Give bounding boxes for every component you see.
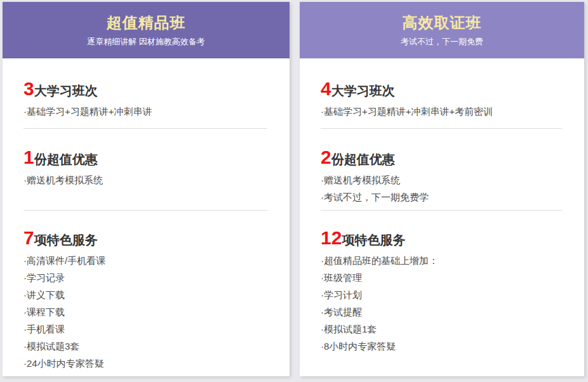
- section-label: 大学习班次: [34, 84, 98, 98]
- section-heading: 1份超值优惠: [23, 148, 267, 169]
- premium-section-discounts: 1份超值优惠 ·赠送机考模拟系统: [23, 129, 267, 211]
- list-item: ·考试提醒: [321, 303, 562, 320]
- feature-list: ·赠送机考模拟系统: [23, 171, 267, 188]
- efficient-card-header: 高效取证班 考试不过，下一期免费: [300, 2, 584, 58]
- efficient-section-services: 12项特色服务 ·超值精品班的基础上增加： ·班级管理 ·学习计划 ·考试提醒 …: [321, 211, 562, 376]
- list-item: ·手机看课: [23, 320, 267, 338]
- efficient-card-title: 高效取证班: [300, 13, 584, 32]
- premium-section-services: 7项特色服务 ·高清课件/手机看课 ·学习记录 ·讲义下载 ·课程下载 ·手机看…: [23, 211, 267, 376]
- section-count: 3: [23, 78, 34, 99]
- premium-card-subtitle: 逐章精细讲解 因材施教高效备考: [3, 36, 290, 48]
- feature-list: ·基础学习+习题精讲+冲刺串讲: [23, 103, 267, 120]
- list-item: ·高清课件/手机看课: [23, 252, 267, 269]
- list-item: ·模拟试题1套: [321, 320, 562, 338]
- list-item: ·班级管理: [321, 269, 562, 286]
- section-heading: 2份超值优惠: [321, 148, 562, 169]
- list-item: ·超值精品班的基础上增加：: [321, 252, 562, 269]
- list-item: ·基础学习+习题精讲+冲刺串讲: [23, 103, 267, 120]
- section-count: 1: [23, 147, 34, 168]
- class-comparison-page: 超值精品班 逐章精细讲解 因材施教高效备考 3大学习班次 ·基础学习+习题精讲+…: [0, 0, 588, 382]
- list-item: ·24小时内专家答疑: [23, 355, 267, 372]
- feature-list: ·基础学习+习题精讲+冲刺串讲+考前密训: [321, 103, 562, 120]
- premium-card-header: 超值精品班 逐章精细讲解 因材施教高效备考: [3, 2, 290, 58]
- section-heading: 3大学习班次: [23, 79, 267, 101]
- section-label: 份超值优惠: [34, 152, 98, 166]
- efficient-card-body: 4大学习班次 ·基础学习+习题精讲+冲刺串讲+考前密训 2份超值优惠 ·赠送机考…: [300, 58, 584, 376]
- section-heading: 7项特色服务: [23, 228, 267, 250]
- feature-list: ·高清课件/手机看课 ·学习记录 ·讲义下载 ·课程下载 ·手机看课 ·模拟试题…: [23, 252, 267, 372]
- list-item: ·基础学习+习题精讲+冲刺串讲+考前密训: [321, 103, 562, 120]
- list-item: ·模拟试题3套: [23, 338, 267, 355]
- feature-list: ·赠送机考模拟系统 ·考试不过，下一期免费学: [321, 171, 562, 206]
- efficient-card-subtitle: 考试不过，下一期免费: [300, 36, 584, 48]
- section-count: 2: [321, 147, 331, 168]
- section-count: 4: [321, 78, 331, 99]
- list-item: ·学习计划: [321, 286, 562, 303]
- list-item: ·学习记录: [23, 269, 267, 286]
- list-item: ·课程下载: [23, 303, 267, 320]
- class-card-premium[interactable]: 超值精品班 逐章精细讲解 因材施教高效备考 3大学习班次 ·基础学习+习题精讲+…: [3, 2, 290, 376]
- list-item: ·赠送机考模拟系统: [23, 171, 267, 188]
- section-heading: 12项特色服务: [321, 228, 562, 250]
- class-card-efficient[interactable]: 高效取证班 考试不过，下一期免费 4大学习班次 ·基础学习+习题精讲+冲刺串讲+…: [300, 2, 584, 376]
- premium-card-title: 超值精品班: [3, 13, 290, 32]
- efficient-section-discounts: 2份超值优惠 ·赠送机考模拟系统 ·考试不过，下一期免费学: [321, 129, 562, 211]
- list-item: ·考试不过，下一期免费学: [321, 188, 562, 206]
- section-count: 12: [321, 227, 342, 248]
- section-label: 项特色服务: [34, 233, 98, 247]
- list-item: ·讲义下载: [23, 286, 267, 303]
- section-label: 项特色服务: [342, 233, 405, 247]
- section-heading: 4大学习班次: [321, 79, 562, 101]
- section-count: 7: [23, 227, 34, 248]
- section-label: 大学习班次: [331, 84, 395, 98]
- efficient-section-classes: 4大学习班次 ·基础学习+习题精讲+冲刺串讲+考前密训: [321, 58, 562, 129]
- premium-section-classes: 3大学习班次 ·基础学习+习题精讲+冲刺串讲: [23, 58, 267, 129]
- list-item: ·赠送机考模拟系统: [321, 171, 562, 188]
- feature-list: ·超值精品班的基础上增加： ·班级管理 ·学习计划 ·考试提醒 ·模拟试题1套 …: [321, 252, 562, 355]
- premium-card-body: 3大学习班次 ·基础学习+习题精讲+冲刺串讲 1份超值优惠 ·赠送机考模拟系统 …: [3, 58, 290, 376]
- list-item: ·8小时内专家答疑: [321, 338, 562, 355]
- section-label: 份超值优惠: [331, 152, 395, 166]
